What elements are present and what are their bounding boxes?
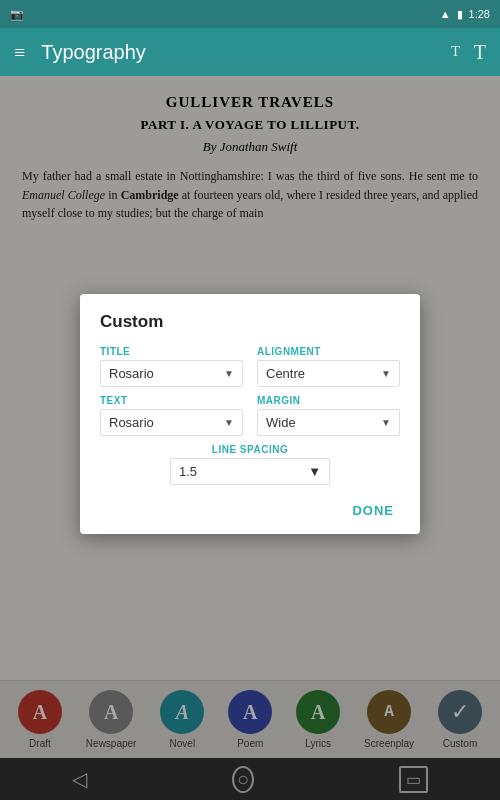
toolbar-icons: T T — [451, 41, 486, 64]
done-button[interactable]: DONE — [346, 499, 400, 522]
title-label: TITLE — [100, 346, 243, 357]
alignment-value: Centre — [266, 366, 305, 381]
line-spacing-value: 1.5 — [179, 464, 197, 479]
main-wrapper: GULLIVER TRAVELS PART I. A VOYAGE TO LIL… — [0, 76, 500, 800]
dialog-grid: TITLE Rosario ▼ ALIGNMENT Centre ▼ TEXT … — [100, 346, 400, 485]
battery-icon: ▮ — [457, 8, 463, 21]
line-spacing-select[interactable]: 1.5 ▼ — [170, 458, 330, 485]
margin-value: Wide — [266, 415, 296, 430]
custom-dialog: Custom TITLE Rosario ▼ ALIGNMENT Centre … — [80, 294, 420, 534]
alignment-arrow: ▼ — [381, 368, 391, 379]
title-field: TITLE Rosario ▼ — [100, 346, 243, 387]
text-label: TEXT — [100, 395, 243, 406]
status-right: ▲ ▮ 1:28 — [440, 8, 490, 21]
font-small-icon[interactable]: T — [451, 44, 460, 60]
font-large-icon[interactable]: T — [474, 41, 486, 64]
margin-select[interactable]: Wide ▼ — [257, 409, 400, 436]
text-field: TEXT Rosario ▼ — [100, 395, 243, 436]
title-font-arrow: ▼ — [224, 368, 234, 379]
toolbar-title: Typography — [41, 41, 435, 64]
margin-label: MARGIN — [257, 395, 400, 406]
title-font-select[interactable]: Rosario ▼ — [100, 360, 243, 387]
text-font-value: Rosario — [109, 415, 154, 430]
text-font-arrow: ▼ — [224, 417, 234, 428]
line-spacing-arrow: ▼ — [308, 464, 321, 479]
margin-field: MARGIN Wide ▼ — [257, 395, 400, 436]
alignment-select[interactable]: Centre ▼ — [257, 360, 400, 387]
dialog-title: Custom — [100, 312, 400, 332]
screenshot-icon: 📷 — [10, 8, 24, 21]
toolbar: ≡ Typography T T — [0, 28, 500, 76]
alignment-label: ALIGNMENT — [257, 346, 400, 357]
menu-icon[interactable]: ≡ — [14, 41, 25, 64]
dialog-actions: DONE — [100, 499, 400, 522]
status-bar: 📷 ▲ ▮ 1:28 — [0, 0, 500, 28]
title-font-value: Rosario — [109, 366, 154, 381]
status-left: 📷 — [10, 8, 24, 21]
line-spacing-label: LINE SPACING — [100, 444, 400, 455]
wifi-icon: ▲ — [440, 8, 451, 20]
line-spacing-field: LINE SPACING 1.5 ▼ — [100, 444, 400, 485]
alignment-field: ALIGNMENT Centre ▼ — [257, 346, 400, 387]
text-font-select[interactable]: Rosario ▼ — [100, 409, 243, 436]
margin-arrow: ▼ — [381, 417, 391, 428]
time-display: 1:28 — [469, 8, 490, 20]
